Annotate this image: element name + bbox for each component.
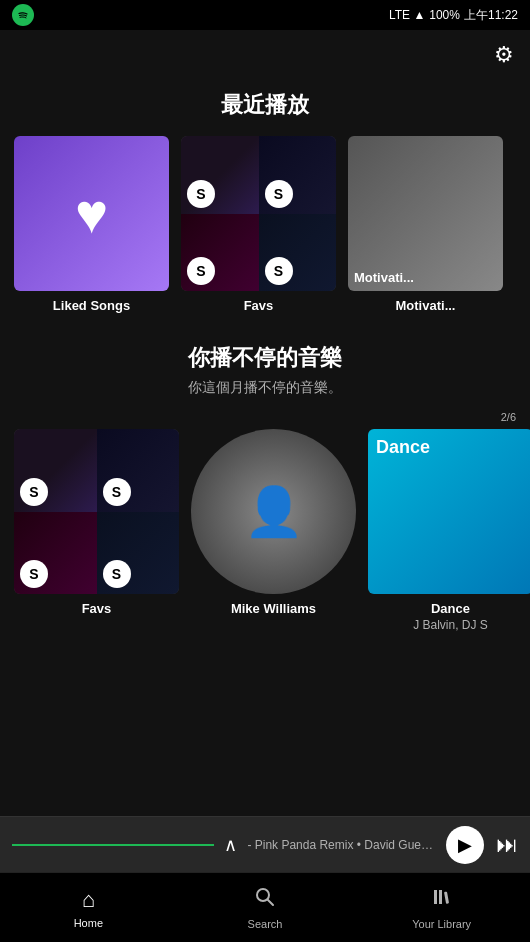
- collage-cell-3: [181, 214, 259, 292]
- search-icon: [254, 886, 276, 914]
- mike-williams-label: Mike Williams: [191, 601, 356, 616]
- battery-indicator: 100%: [429, 8, 460, 22]
- track-text: - Pink Panda Remix • David Guetta, Sia, …: [247, 838, 436, 852]
- playback-progress: [12, 844, 214, 846]
- favs-image: [181, 136, 336, 291]
- status-bar: LTE ▲ 100% 上午11:22: [0, 0, 530, 30]
- collage2-cell-1: [14, 429, 97, 512]
- liked-songs-card[interactable]: ♥ Liked Songs: [14, 136, 169, 313]
- collage-cell-1: [181, 136, 259, 214]
- nav-item-search[interactable]: Search: [177, 886, 354, 930]
- main-content: 最近播放 ♥ Liked Songs: [0, 80, 530, 816]
- spotify-logo: [12, 4, 34, 26]
- favs-card[interactable]: Favs: [181, 136, 336, 313]
- your-music-cards: Favs 👤 Mike Williams Dance Dance: [0, 429, 530, 632]
- now-playing-bar: ∧ - Pink Panda Remix • David Guetta, Sia…: [0, 816, 530, 872]
- person-icon: 👤: [244, 484, 304, 540]
- svg-rect-4: [439, 890, 442, 904]
- library-label: Your Library: [412, 918, 471, 930]
- collage2-cell-2: [97, 429, 180, 512]
- play-pause-button[interactable]: ▶: [446, 826, 484, 864]
- progress-indicator: 2/6: [0, 411, 530, 423]
- collage-cell-2: [259, 136, 337, 214]
- expand-player-button[interactable]: ∧: [224, 834, 237, 856]
- recently-played-title: 最近播放: [0, 80, 530, 136]
- mike-williams-image: 👤: [191, 429, 356, 594]
- favs2-label: Favs: [14, 601, 179, 616]
- playback-controls: ▶ ⏭: [446, 826, 518, 864]
- dance-image: Dance: [368, 429, 530, 594]
- liked-songs-image: ♥: [14, 136, 169, 291]
- favs2-card[interactable]: Favs: [14, 429, 179, 632]
- app-header: ⚙: [0, 30, 530, 80]
- dance-title-text: Dance: [376, 437, 430, 458]
- your-music-subtitle: 你這個月播不停的音樂。: [0, 379, 530, 397]
- collage2-cell-3: [14, 512, 97, 595]
- svg-rect-3: [434, 890, 437, 904]
- collage2-cell-4: [97, 512, 180, 595]
- home-label: Home: [74, 917, 103, 929]
- library-icon: [431, 886, 453, 914]
- home-icon: ⌂: [82, 887, 95, 913]
- skip-next-button[interactable]: ⏭: [496, 832, 518, 858]
- nav-item-home[interactable]: ⌂ Home: [0, 887, 177, 929]
- dance-sublabel: J Balvin, DJ S: [368, 618, 530, 632]
- favs2-image: [14, 429, 179, 594]
- time-display: 上午11:22: [464, 7, 518, 24]
- settings-button[interactable]: ⚙: [494, 42, 514, 68]
- favs-label: Favs: [181, 298, 336, 313]
- motivati-image: Motivati...: [348, 136, 503, 291]
- mike-williams-card[interactable]: 👤 Mike Williams: [191, 429, 356, 632]
- heart-icon: ♥: [75, 181, 108, 246]
- motivati-card[interactable]: Motivati... Motivati...: [348, 136, 503, 313]
- recently-played-cards: ♥ Liked Songs: [0, 136, 530, 313]
- recently-played-section: 最近播放 ♥ Liked Songs: [0, 80, 530, 333]
- bottom-navigation: ⌂ Home Search Your Library: [0, 872, 530, 942]
- liked-songs-label: Liked Songs: [14, 298, 169, 313]
- status-right: LTE ▲ 100% 上午11:22: [389, 7, 518, 24]
- motivati-text: Motivati...: [354, 270, 414, 285]
- svg-rect-5: [444, 891, 449, 903]
- track-info: - Pink Panda Remix • David Guetta, Sia, …: [247, 838, 436, 852]
- search-label: Search: [248, 918, 283, 930]
- nav-item-library[interactable]: Your Library: [353, 886, 530, 930]
- dance-card[interactable]: Dance Dance J Balvin, DJ S: [368, 429, 530, 632]
- dance-label: Dance: [368, 601, 530, 616]
- your-music-section: 你播不停的音樂 你這個月播不停的音樂。 2/6: [0, 333, 530, 652]
- collage-cell-4: [259, 214, 337, 292]
- svg-line-2: [268, 899, 274, 905]
- network-indicator: LTE ▲: [389, 8, 425, 22]
- motivati-label: Motivati...: [348, 298, 503, 313]
